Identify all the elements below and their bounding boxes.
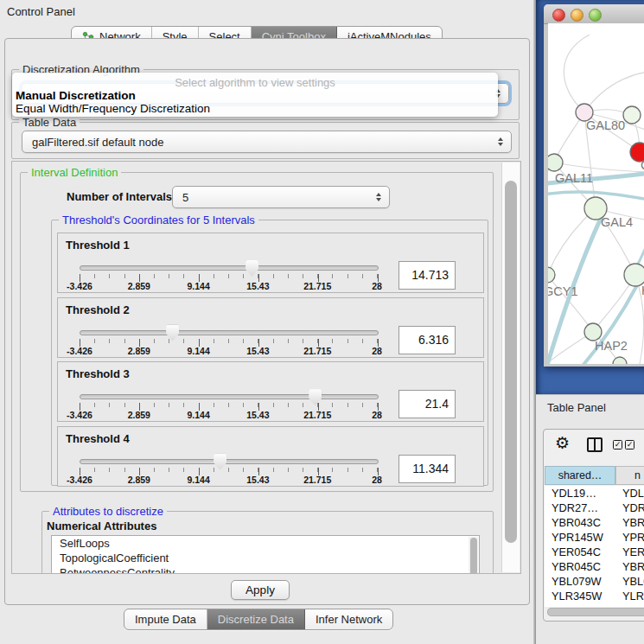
table-header: shared… n — [545, 466, 644, 485]
network-node-gcy1[interactable] — [548, 267, 555, 283]
threshold-value-field[interactable]: 11.344 — [399, 455, 456, 483]
combo-stepper-icon — [494, 137, 507, 146]
tab-infer-network[interactable]: Infer Network — [305, 609, 392, 629]
table-panel: Table Panel ⚙ ✓ ✓ shared… n YDL19… YDL1 … — [536, 394, 644, 644]
attribute-list-item[interactable]: SelfLoops — [52, 536, 479, 551]
threshold-label: Threshold 4 — [66, 432, 130, 445]
close-traffic-light[interactable] — [552, 9, 565, 22]
thresholds-group: Threshold's Coordinates for 5 Intervals … — [51, 220, 488, 486]
cytoscape-app: Control Panel ✖ Network Style Select Cyn… — [0, 0, 644, 644]
network-canvas[interactable]: GAL80 GA GAL11 C GAL4 GCY1 H HAP2 — [548, 23, 644, 364]
dropdown-option-manual[interactable]: Manual Discretization — [15, 89, 495, 103]
attribute-list-item[interactable]: TopologicalCoefficient — [52, 551, 479, 565]
node-label-gcy1: GCY1 — [548, 284, 578, 298]
number-of-intervals-combobox[interactable]: 5 — [172, 186, 390, 208]
dropdown-placeholder: Select algorithm to view settings — [12, 76, 498, 89]
attributes-group: Attributes to discretize Numerical Attri… — [41, 511, 494, 574]
table-body: YDL19… YDL1 YDR27… YDR2 YBR043C YBR0 — [545, 486, 644, 607]
threshold-value-field[interactable]: 6.316 — [399, 326, 456, 354]
number-of-intervals-label: Number of Intervals — [67, 190, 172, 203]
horizontal-scrollbar[interactable] — [547, 608, 644, 616]
threshold-value-field[interactable]: 14.713 — [399, 261, 456, 290]
zoom-traffic-light[interactable] — [589, 9, 602, 22]
table-row[interactable]: YBL079W YBL0 — [545, 574, 644, 589]
settings-scrollbar[interactable] — [501, 163, 520, 572]
node-label-gal80: GAL80 — [586, 118, 625, 132]
bottom-tabs: Impute Data Discretize Data Infer Networ… — [124, 609, 393, 630]
network-view-window[interactable]: GAL80 GA GAL11 C GAL4 GCY1 H HAP2 — [544, 4, 644, 367]
table-row[interactable]: YLR345W YLR3 — [545, 589, 644, 603]
minimize-traffic-light[interactable] — [571, 9, 583, 22]
apply-button[interactable]: Apply — [231, 580, 290, 600]
threshold-slider-track[interactable] — [80, 459, 379, 464]
interval-definition-title: Interval Definition — [28, 166, 121, 179]
table-data-combobox[interactable]: galFiltered.sif default node — [22, 131, 512, 153]
node-label-gal11: GAL11 — [555, 171, 593, 185]
table-row[interactable]: YDR27… YDR2 — [545, 501, 644, 515]
node-label-hap2: HAP2 — [595, 339, 628, 353]
attributes-group-title: Attributes to discretize — [49, 505, 167, 518]
checkbox-icon[interactable]: ✓ — [625, 440, 634, 450]
table-data-title: Table Data — [19, 116, 80, 129]
slider-tick-labels: -3.426 2.859 9.144 15.43 21.715 28 — [80, 475, 377, 485]
node-table: ⚙ ✓ ✓ shared… n YDL19… YDL1 YDR27… YDR2 — [543, 429, 644, 622]
interval-definition-group: Interval Definition Number of Intervals … — [20, 172, 494, 492]
numerical-attributes-list[interactable]: SelfLoops TopologicalCoefficient Between… — [51, 535, 480, 574]
network-node[interactable] — [623, 106, 641, 124]
threshold-label: Threshold 3 — [66, 367, 130, 380]
column-header-shared-name[interactable]: shared… — [545, 466, 615, 485]
control-panel-titlebar: Control Panel ✖ — [0, 0, 536, 22]
gear-icon[interactable]: ⚙ — [555, 433, 570, 452]
node-label-clipped: C — [641, 158, 644, 172]
network-node[interactable] — [613, 357, 627, 364]
table-row[interactable]: YER054C YER0 — [545, 545, 644, 559]
combo-stepper-icon — [372, 193, 386, 201]
settings-scroll-area: Interval Definition Number of Intervals … — [11, 161, 521, 574]
table-row[interactable]: YDL19… YDL1 — [545, 486, 644, 501]
threshold-slider-track[interactable] — [80, 394, 379, 399]
tab-impute-data[interactable]: Impute Data — [124, 609, 207, 629]
node-label-gal4: GAL4 — [601, 215, 633, 229]
threshold-box: Threshold 4 -3.426 2.859 9.144 15.43 — [57, 426, 484, 487]
slider-tick-labels: -3.426 2.859 9.144 15.43 21.715 28 — [80, 281, 377, 291]
threshold-box: Threshold 2 -3.426 2.859 9.144 15.43 — [57, 297, 484, 358]
threshold-label: Threshold 1 — [66, 239, 130, 252]
algorithm-dropdown-popup: Select algorithm to view settings Manual… — [12, 73, 498, 117]
settings-scrollbar-thumb[interactable] — [505, 181, 517, 543]
tab-discretize-data[interactable]: Discretize Data — [207, 609, 305, 629]
table-row[interactable]: YPR145W YPR1 — [545, 530, 644, 545]
table-panel-title: Table Panel — [547, 401, 606, 414]
columns-icon[interactable] — [587, 437, 603, 452]
slider-tick-labels: -3.426 2.859 9.144 15.43 21.715 28 — [80, 346, 377, 356]
column-header-name[interactable]: n — [615, 466, 644, 485]
numerical-attributes-label: Numerical Attributes — [47, 520, 156, 532]
thresholds-group-title: Threshold's Coordinates for 5 Intervals — [59, 214, 258, 226]
table-row[interactable]: YBR045C YBR0 — [545, 559, 644, 574]
list-scrollbar[interactable] — [469, 537, 478, 574]
table-data-group: Table Data galFiltered.sif default node — [11, 122, 520, 159]
dropdown-option-equal-width[interactable]: Equal Width/Frequency Discretization — [15, 102, 495, 116]
cytoscape-desktop: GAL80 GA GAL11 C GAL4 GCY1 H HAP2 — [536, 0, 644, 394]
threshold-slider-track[interactable] — [80, 265, 379, 271]
threshold-label: Threshold 2 — [66, 303, 130, 316]
threshold-value-field[interactable]: 21.4 — [399, 390, 456, 418]
threshold-box: Threshold 1 -3.426 2.859 9.144 15.43 — [57, 233, 484, 293]
panel-title: Control Panel — [7, 5, 75, 18]
threshold-box: Threshold 3 -3.426 2.859 9.144 15.43 — [57, 361, 484, 422]
network-node-hap2[interactable] — [584, 323, 602, 341]
table-row[interactable]: YBR043C YBR0 — [545, 515, 644, 530]
network-graph: GAL80 GA GAL11 C GAL4 GCY1 H HAP2 — [548, 23, 644, 364]
threshold-slider-track[interactable] — [80, 330, 379, 335]
checkbox-icon[interactable]: ✓ — [613, 440, 622, 450]
slider-tick-labels: -3.426 2.859 9.144 15.43 21.715 28 — [80, 410, 377, 420]
attribute-list-item[interactable]: BetweennessCentrality — [52, 565, 479, 574]
network-window-titlebar[interactable] — [544, 4, 644, 24]
table-row[interactable]: YIL052C YIL0 — [545, 603, 644, 607]
network-node-gal11[interactable] — [548, 154, 563, 171]
